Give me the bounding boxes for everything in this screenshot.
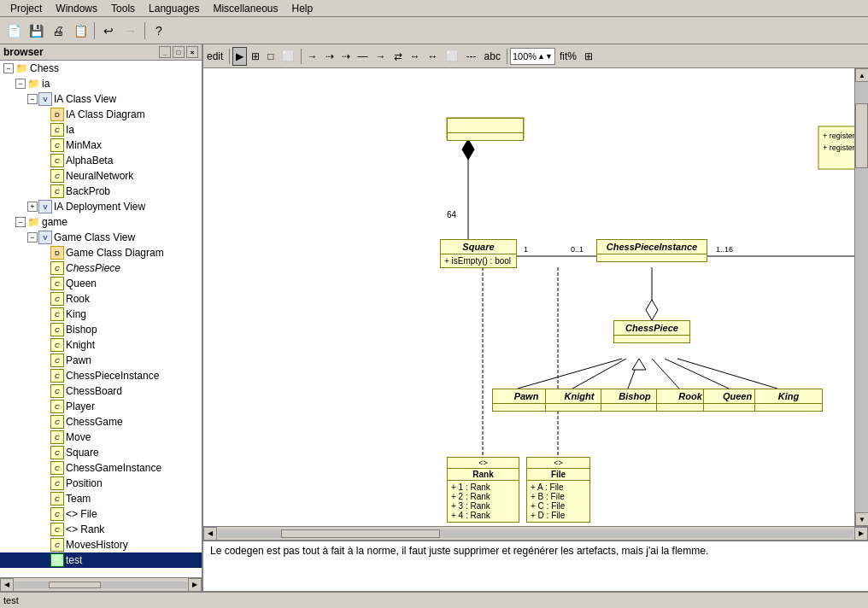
hscroll-thumb[interactable] bbox=[49, 582, 101, 588]
browser-maximize[interactable]: □ bbox=[173, 46, 185, 58]
rect2-tool[interactable]: ⬜ bbox=[279, 47, 298, 66]
vscroll-track[interactable] bbox=[855, 82, 868, 512]
tree-item-ia[interactable]: −📁ia bbox=[0, 76, 202, 91]
uml-class-King[interactable]: King bbox=[754, 389, 823, 412]
line-tool[interactable]: — bbox=[355, 47, 372, 66]
uml-class-top[interactable] bbox=[447, 118, 524, 141]
expander[interactable]: − bbox=[15, 217, 26, 227]
uml-enum-File[interactable]: <>File+ A : File+ B : File+ C : File+ D … bbox=[526, 457, 590, 523]
expander[interactable]: − bbox=[3, 63, 14, 73]
redo-button[interactable]: → bbox=[120, 20, 141, 41]
tree-item-Team[interactable]: CTeam bbox=[0, 491, 202, 506]
vscroll-up[interactable]: ▲ bbox=[855, 68, 868, 82]
tree-item-AlphaBeta[interactable]: CAlphaBeta bbox=[0, 153, 202, 168]
print-button[interactable]: 🖨 bbox=[48, 20, 68, 41]
uml-class-ChessPieceInstance[interactable]: ChessPieceInstance bbox=[596, 239, 707, 262]
tree-item-MovesHistory[interactable]: CMovesHistory bbox=[0, 537, 202, 552]
tree-item-Position[interactable]: CPosition bbox=[0, 476, 202, 491]
arrow2-tool[interactable]: ⇢ bbox=[322, 47, 337, 66]
arrow-tool[interactable]: → bbox=[304, 47, 321, 66]
tree-item-ChessGame[interactable]: CChessGame bbox=[0, 414, 202, 430]
tree-item-NeuralNetwork[interactable]: CNeuralNetwork bbox=[0, 168, 202, 184]
browser-hscrollbar[interactable]: ◀ ▶ bbox=[0, 577, 202, 591]
uml-enum-Rank[interactable]: <>Rank+ 1 : Rank+ 2 : Rank+ 3 : Rank+ 4 … bbox=[447, 457, 519, 523]
tree-item-BackProb[interactable]: CBackProb bbox=[0, 184, 202, 199]
tree-item-ChessPieceInstance[interactable]: CChessPieceInstance bbox=[0, 368, 202, 383]
svg-text:+ registerControler(inout cont: + registerControler(inout controler : Co… bbox=[823, 143, 854, 152]
tree-item-game[interactable]: −📁game bbox=[0, 214, 202, 230]
grid-btn[interactable]: ⊞ bbox=[581, 47, 596, 66]
expander[interactable]: − bbox=[27, 232, 38, 243]
menu-windows[interactable]: Windows bbox=[49, 1, 104, 16]
menu-misc[interactable]: Miscellaneous bbox=[206, 1, 284, 16]
menu-languages[interactable]: Languages bbox=[142, 1, 206, 16]
hscroll-left[interactable]: ◀ bbox=[0, 578, 14, 592]
arrow3-tool[interactable]: ⇢ bbox=[338, 47, 354, 66]
line2-tool[interactable]: → bbox=[372, 47, 390, 66]
tree-item-IA-Class-View[interactable]: −VIA Class View bbox=[0, 91, 202, 107]
tree-item-Rook[interactable]: CRook bbox=[0, 291, 202, 307]
tree-item-Knight[interactable]: CKnight bbox=[0, 337, 202, 353]
box-tool[interactable]: ⬜ bbox=[443, 47, 462, 66]
tree-item-Game-Class-Diagram[interactable]: DGame Class Diagram bbox=[0, 245, 202, 260]
tree-item-Square[interactable]: CSquare bbox=[0, 445, 202, 460]
expander[interactable]: + bbox=[27, 202, 38, 212]
dash-tool[interactable]: --- bbox=[463, 47, 480, 66]
tree-item-Bishop[interactable]: CBishop bbox=[0, 322, 202, 337]
rect-tool[interactable]: □ bbox=[264, 47, 277, 66]
copy-button[interactable]: 📋 bbox=[70, 20, 91, 41]
undo-button[interactable]: ↩ bbox=[98, 20, 119, 41]
new-button[interactable]: 📄 bbox=[3, 20, 24, 41]
tree-item-IA-Deployment-View[interactable]: +VIA Deployment View bbox=[0, 199, 202, 214]
tree-item-King[interactable]: CKing bbox=[0, 307, 202, 322]
tree-item---enum---File[interactable]: C<> File bbox=[0, 506, 202, 522]
diagram-hscroll-left[interactable]: ◀ bbox=[203, 527, 217, 541]
menu-help[interactable]: Help bbox=[285, 1, 320, 16]
uml-class-ChessPiece[interactable]: ChessPiece bbox=[613, 320, 690, 343]
select-tool[interactable]: ▶ bbox=[232, 47, 247, 66]
browser-close[interactable]: × bbox=[186, 46, 198, 58]
diagram-vscrollbar[interactable]: ▲ ▼ bbox=[854, 68, 868, 526]
save-button[interactable]: 💾 bbox=[26, 20, 46, 41]
text-tool[interactable]: abc bbox=[481, 47, 504, 66]
vscroll-down[interactable]: ▼ bbox=[855, 512, 868, 526]
notes-area[interactable]: Le codegen est pas tout à fait à la norm… bbox=[203, 540, 868, 591]
help-button[interactable]: ? bbox=[149, 20, 169, 41]
tree-item-ChessBoard[interactable]: CChessBoard bbox=[0, 383, 202, 399]
expander[interactable]: − bbox=[15, 79, 26, 89]
browser-minimize[interactable]: _ bbox=[159, 46, 171, 58]
diagram-hscroll-thumb[interactable] bbox=[281, 529, 440, 538]
tree-item-Player[interactable]: CPlayer bbox=[0, 399, 202, 414]
tree-item-ChessPiece[interactable]: CChessPiece bbox=[0, 260, 202, 276]
tree-item---enum---Rank[interactable]: C<> Rank bbox=[0, 522, 202, 537]
menu-project[interactable]: Project bbox=[3, 1, 49, 16]
vscroll-thumb[interactable] bbox=[855, 103, 868, 168]
uml-class-Square[interactable]: Square+ isEmpty() : bool bbox=[440, 239, 517, 268]
tree-item-Chess[interactable]: −📁Chess bbox=[0, 61, 202, 76]
tree-item-test[interactable]: Ttest bbox=[0, 552, 202, 568]
tree-item-ChessGameInstance[interactable]: CChessGameInstance bbox=[0, 460, 202, 476]
menu-tools[interactable]: Tools bbox=[104, 1, 142, 16]
table-tool[interactable]: ⊞ bbox=[248, 47, 263, 66]
diagram-hscrollbar[interactable]: ◀ ▶ bbox=[203, 526, 868, 540]
diagram-area: edit ▶ ⊞ □ ⬜ → ⇢ ⇢ — → ⇄ ↔ ↔ ⬜ --- abc 1… bbox=[203, 44, 868, 591]
diagram-hscroll-right[interactable]: ▶ bbox=[854, 527, 868, 541]
expander[interactable]: − bbox=[27, 94, 38, 104]
tree-item-Ia[interactable]: CIa bbox=[0, 122, 202, 137]
browser-tree[interactable]: −📁Chess−📁ia−VIA Class ViewDIA Class Diag… bbox=[0, 61, 202, 577]
diagram-canvas[interactable]: + registerView(inout view : View) : void… bbox=[203, 68, 854, 526]
tree-item-Queen[interactable]: CQueen bbox=[0, 276, 202, 291]
tree-item-Move[interactable]: CMove bbox=[0, 430, 202, 445]
tree-item-Pawn[interactable]: CPawn bbox=[0, 353, 202, 368]
diagram-scroll[interactable]: + registerView(inout view : View) : void… bbox=[203, 68, 854, 526]
diagram-hscroll-track[interactable] bbox=[218, 529, 853, 538]
bidir-tool[interactable]: ⇄ bbox=[390, 47, 406, 66]
horiz2-tool[interactable]: ↔ bbox=[425, 47, 442, 66]
tree-item-IA-Class-Diagram[interactable]: DIA Class Diagram bbox=[0, 107, 202, 122]
hscroll-right[interactable]: ▶ bbox=[188, 578, 202, 592]
tree-item-Game-Class-View[interactable]: −VGame Class View bbox=[0, 230, 202, 245]
hscroll-track[interactable] bbox=[15, 582, 187, 588]
horiz-tool[interactable]: ↔ bbox=[407, 47, 424, 66]
zoom-fit[interactable]: fit% bbox=[556, 47, 580, 66]
tree-item-MinMax[interactable]: CMinMax bbox=[0, 137, 202, 153]
